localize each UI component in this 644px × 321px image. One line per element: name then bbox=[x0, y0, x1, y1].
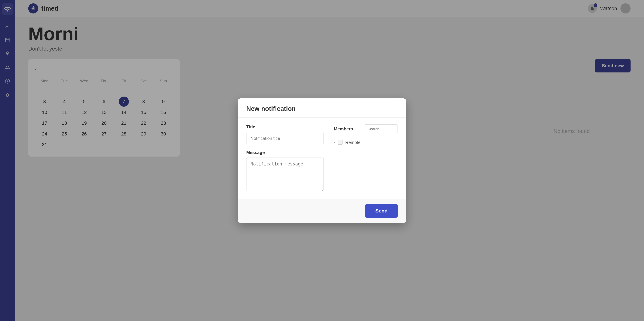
member-name-remote: Remote bbox=[345, 140, 360, 145]
title-label: Title bbox=[246, 124, 324, 130]
modal-title: New notification bbox=[246, 105, 296, 112]
member-chevron-icon[interactable]: › bbox=[334, 140, 335, 145]
modal-footer: Send bbox=[238, 199, 406, 223]
member-checkbox-remote[interactable] bbox=[338, 140, 342, 145]
members-search-input[interactable] bbox=[364, 124, 398, 134]
members-header: Members bbox=[334, 124, 398, 134]
modal-form-right: Members › Remote bbox=[334, 124, 398, 192]
send-button[interactable]: Send bbox=[365, 204, 398, 218]
modal-body: Title Message Members › Remote bbox=[238, 118, 406, 199]
message-label: Message bbox=[246, 150, 324, 155]
modal-form-left: Title Message bbox=[246, 124, 324, 192]
title-input[interactable] bbox=[246, 132, 324, 145]
member-row-remote: › Remote bbox=[334, 137, 398, 148]
modal-header: New notification bbox=[238, 98, 406, 118]
modal-overlay: New notification Title Message Members ›… bbox=[0, 0, 644, 321]
notification-modal: New notification Title Message Members ›… bbox=[238, 98, 406, 223]
message-textarea[interactable] bbox=[246, 157, 324, 191]
members-label: Members bbox=[334, 126, 353, 132]
